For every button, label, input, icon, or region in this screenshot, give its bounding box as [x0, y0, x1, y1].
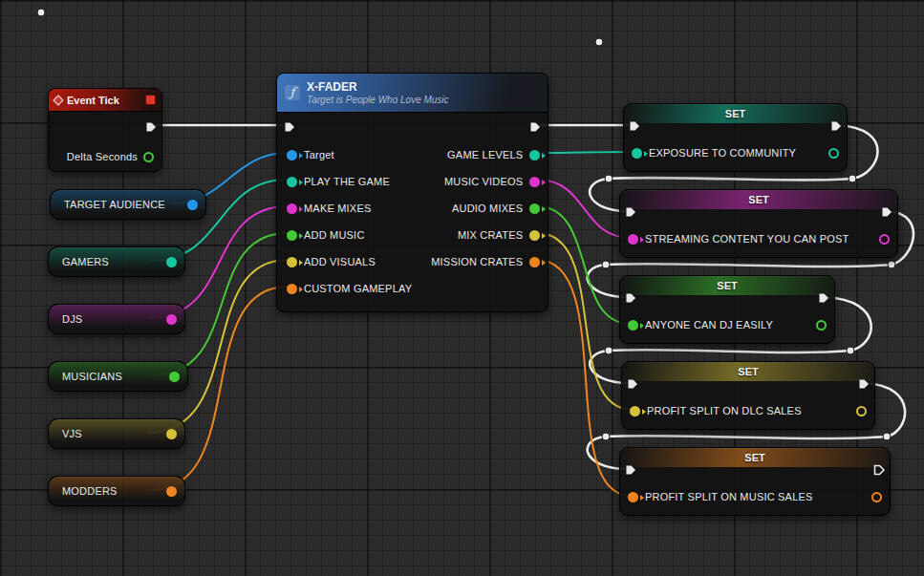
- set-node-streaming-content[interactable]: SET STREAMING CONTENT YOU CAN POST: [619, 189, 898, 258]
- variable-label: VJS: [62, 428, 82, 439]
- set-input-pin[interactable]: [630, 406, 640, 416]
- exec-out-pin[interactable]: [857, 377, 870, 391]
- set-output-pin[interactable]: [816, 320, 827, 331]
- reroute-node[interactable]: [883, 433, 891, 440]
- reroute-node[interactable]: [605, 347, 612, 354]
- variable-output-pin[interactable]: [166, 257, 177, 267]
- set-node-exposure-to-community[interactable]: SET EXPOSURE TO COMMUNITY: [623, 103, 848, 172]
- blueprint-graph-canvas[interactable]: Event Tick Delta Seconds TARGET AUDIENCE…: [0, 0, 924, 576]
- variable-label: MUSICIANS: [62, 371, 122, 382]
- input-pin-custom-gameplay[interactable]: [287, 284, 297, 294]
- set-output-pin[interactable]: [879, 234, 890, 245]
- exec-in-pin[interactable]: [624, 291, 637, 305]
- reroute-node[interactable]: [602, 433, 610, 440]
- variable-output-pin[interactable]: [166, 314, 177, 325]
- set-node-header: SET: [622, 362, 874, 381]
- exec-in-pin[interactable]: [624, 205, 637, 219]
- set-input-pin[interactable]: [632, 148, 642, 159]
- pin-label: MAKE MIXES: [304, 203, 371, 214]
- exec-in-pin[interactable]: [628, 119, 641, 133]
- variable-node-musicians[interactable]: MUSICIANS: [48, 361, 188, 392]
- node-event-tick[interactable]: Event Tick Delta Seconds: [48, 88, 162, 172]
- set-input-pin[interactable]: [628, 320, 638, 331]
- exec-out-pin[interactable]: [528, 120, 542, 134]
- set-input-pin[interactable]: [628, 492, 638, 502]
- output-pin-audio-mixes[interactable]: [529, 203, 540, 214]
- reroute-node[interactable]: [37, 9, 45, 16]
- function-subtitle: Target is People Who Love Music: [307, 95, 449, 105]
- variable-node-gamers[interactable]: GAMERS: [48, 246, 185, 277]
- data-wire-game-levels: [537, 152, 631, 153]
- pin-label: ADD VISUALS: [304, 256, 376, 267]
- exec-out-pin[interactable]: [872, 463, 886, 477]
- event-marker-icon: [145, 95, 156, 105]
- set-title: SET: [725, 108, 745, 119]
- variable-node-target-audience[interactable]: TARGET AUDIENCE: [50, 189, 206, 220]
- set-node-header: SET: [620, 276, 834, 295]
- input-pin-make-mixes[interactable]: [287, 203, 297, 214]
- reroute-node[interactable]: [595, 38, 603, 46]
- output-pin-game-levels[interactable]: [529, 150, 540, 160]
- reroute-node[interactable]: [602, 261, 610, 268]
- set-node-header: SET: [620, 190, 897, 209]
- variable-label: TARGET AUDIENCE: [64, 199, 165, 210]
- set-node-anyone-can-dj[interactable]: SET ANYONE CAN DJ EASILY: [619, 275, 835, 344]
- input-pin-add-visuals[interactable]: [287, 257, 297, 267]
- pin-label: CUSTOM GAMEPLAY: [304, 283, 412, 294]
- pin-label: GAME LEVELS: [447, 149, 523, 160]
- data-wire-music-videos: [537, 180, 631, 238]
- reroute-node[interactable]: [849, 175, 856, 182]
- pin-label: MUSIC VIDEOS: [444, 176, 523, 187]
- set-node-header: SET: [624, 104, 847, 123]
- set-node-header: SET: [620, 448, 890, 467]
- variable-node-djs[interactable]: DJS: [48, 304, 185, 334]
- set-variable-label: PROFIT SPLIT ON MUSIC SALES: [645, 491, 865, 502]
- set-title: SET: [744, 452, 764, 463]
- node-xfader-function[interactable]: ƒ X-FADER Target is People Who Love Musi…: [276, 73, 548, 312]
- variable-label: DJS: [62, 313, 82, 325]
- exec-out-pin[interactable]: [144, 120, 158, 134]
- pin-label: Target: [304, 149, 334, 160]
- exec-out-pin[interactable]: [817, 291, 830, 305]
- input-pin-play-the-game[interactable]: [287, 177, 297, 187]
- variable-output-pin[interactable]: [169, 372, 180, 382]
- event-node-header: Event Tick: [49, 89, 161, 112]
- reroute-node[interactable]: [888, 261, 895, 268]
- reroute-node[interactable]: [605, 175, 612, 182]
- set-title: SET: [717, 280, 737, 291]
- variable-label: MODDERS: [62, 485, 118, 497]
- exec-out-pin[interactable]: [829, 119, 843, 133]
- output-pin-mix-crates[interactable]: [529, 230, 540, 241]
- function-title: X-FADER: [307, 80, 449, 94]
- output-pin-music-videos[interactable]: [529, 177, 540, 187]
- input-pin-target[interactable]: [287, 150, 297, 160]
- set-node-profit-split-music[interactable]: SET PROFIT SPLIT ON MUSIC SALES: [619, 447, 891, 516]
- variable-node-modders[interactable]: MODDERS: [48, 476, 185, 506]
- variable-output-pin[interactable]: [166, 486, 177, 497]
- delta-seconds-pin[interactable]: [143, 152, 154, 162]
- function-node-header: ƒ X-FADER Target is People Who Love Musi…: [277, 74, 548, 113]
- set-input-pin[interactable]: [628, 234, 638, 245]
- data-wire-audio-mixes: [537, 206, 631, 324]
- output-pin-mission-crates[interactable]: [529, 257, 540, 267]
- set-output-pin[interactable]: [828, 148, 839, 159]
- event-title: Event Tick: [67, 95, 119, 106]
- variable-output-pin[interactable]: [166, 429, 177, 439]
- variable-node-vjs[interactable]: VJS: [48, 418, 185, 449]
- exec-in-pin[interactable]: [626, 377, 639, 391]
- variable-output-pin[interactable]: [187, 200, 198, 210]
- exec-in-pin[interactable]: [283, 120, 296, 134]
- set-title: SET: [748, 194, 768, 205]
- data-wire-mix-crates: [537, 233, 633, 410]
- exec-in-pin[interactable]: [624, 463, 637, 477]
- input-pin-add-music[interactable]: [287, 230, 297, 241]
- pin-label: PLAY THE GAME: [304, 176, 390, 187]
- exec-out-pin[interactable]: [880, 205, 893, 219]
- set-variable-label: PROFIT SPLIT ON DLC SALES: [647, 405, 849, 416]
- set-output-pin[interactable]: [871, 492, 882, 502]
- set-node-profit-split-dlc[interactable]: SET PROFIT SPLIT ON DLC SALES: [621, 361, 875, 430]
- set-variable-label: EXPOSURE TO COMMUNITY: [649, 147, 822, 159]
- reroute-node[interactable]: [847, 347, 854, 354]
- pin-label: ADD MUSIC: [304, 229, 365, 241]
- set-output-pin[interactable]: [856, 406, 867, 416]
